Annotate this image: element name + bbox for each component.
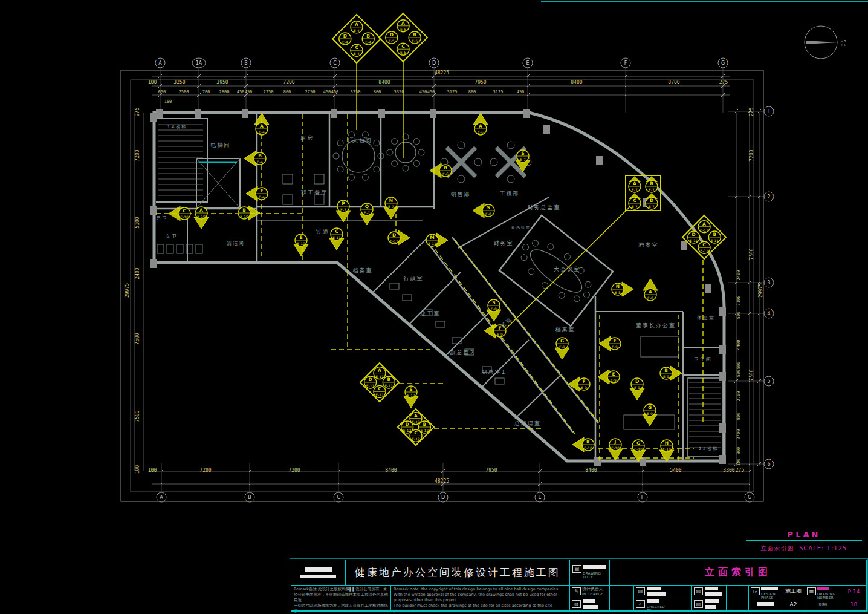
elevation-marker-ref: E-7 <box>649 204 655 209</box>
elevation-marker-letter: B <box>713 232 716 237</box>
elevation-marker-letter: S <box>487 205 490 211</box>
elevation-marker-letter: N <box>389 198 393 203</box>
plan-caption-sub: 立面索引图 SCALE: 1:125 <box>745 544 863 553</box>
elevation-marker-ref: E-7 <box>632 204 638 209</box>
furniture <box>314 195 324 204</box>
structural-column <box>150 206 157 215</box>
design-phase-cell: ◲ DESIGN PHASE <box>748 585 782 598</box>
wall <box>481 340 529 388</box>
structural-column <box>681 241 687 250</box>
elevation-marker-ref: E-12 <box>421 428 429 433</box>
elevation-marker-letter: H <box>665 440 669 446</box>
grid-bubble <box>330 58 340 68</box>
grid-bubble <box>241 58 251 68</box>
chair <box>374 166 380 172</box>
grid-bubble <box>535 492 545 502</box>
elevation-marker-letter: G <box>648 405 652 410</box>
elevation-marker-ref: E-10 <box>240 214 248 218</box>
checked-by-cell: ✓ CHECKED BY <box>633 598 669 610</box>
chair <box>362 132 368 138</box>
structural-column <box>719 455 726 464</box>
chair <box>583 292 589 298</box>
elevation-marker-letter: N <box>616 284 620 289</box>
elevation-marker-ref: E-9 <box>634 385 640 390</box>
elevation-marker-ref: E-7 <box>649 188 655 192</box>
elevation-marker-letter: A <box>260 123 264 129</box>
floor-plan-canvas: AE-4BE-4FE-4CE-10AE-10BE-10PE-7QE-7NE-7E… <box>0 0 868 614</box>
elevation-marker-letter: B <box>664 368 668 373</box>
elevation-marker-ref: E-4 <box>259 195 265 199</box>
drawing-title-label-cell: ▤ DRAWING TITLE <box>569 560 609 585</box>
structural-column <box>719 372 726 381</box>
chair <box>333 153 339 159</box>
cad-drawing-sheet: AE-4BE-4FE-4CE-10AE-10BE-10PE-7QE-7NE-7E… <box>0 0 868 614</box>
right-border-line <box>866 525 866 560</box>
chair <box>387 149 393 155</box>
elevation-marker-ref: E-12 <box>403 428 412 433</box>
elevation-marker-ref: E-6 <box>478 130 484 134</box>
elevation-marker-letter: A <box>633 181 636 186</box>
elevation-marker-ref: E-4 <box>259 130 265 134</box>
redacted-text <box>757 602 774 606</box>
redacted-text <box>647 599 659 603</box>
elevation-marker-letter: A <box>414 413 418 419</box>
logo-redacted <box>305 567 332 572</box>
grid-bubble <box>764 106 774 116</box>
elevation-marker-letter: D <box>650 198 653 203</box>
redacted-text <box>705 599 719 603</box>
redacted-magenta <box>817 587 829 590</box>
chair <box>578 267 584 273</box>
elevation-marker-letter: B <box>387 377 391 382</box>
elevation-marker-ref: E-11 <box>385 384 394 388</box>
checked-by-icon: ✓ <box>636 600 645 608</box>
chair <box>413 139 419 145</box>
chair <box>548 244 554 250</box>
elevation-marker-letter: B <box>366 33 370 39</box>
elevation-marker-ref: E-9 <box>559 345 565 349</box>
elevation-marker-letter: B <box>413 32 416 38</box>
structural-column <box>430 109 436 118</box>
elevation-marker-letter: A <box>199 207 203 213</box>
elevation-marker-letter: A <box>649 289 652 295</box>
elevation-marker-letter: C <box>378 386 381 391</box>
chair <box>337 166 343 172</box>
drawing-title-icon: ▤ <box>572 565 581 573</box>
signature-icon: ▨ <box>694 587 703 595</box>
elevation-marker-letter: A <box>479 123 482 129</box>
elevation-marker-letter: C <box>702 242 706 247</box>
chair <box>349 174 355 180</box>
elevation-marker-letter: G <box>636 440 640 446</box>
signature-icon: ▧ <box>636 587 645 595</box>
elevation-marker-ref: E-10 <box>634 447 643 451</box>
elevation-marker-ref: E-8 <box>485 212 491 216</box>
elevation-marker-letter: S <box>409 387 412 392</box>
blank-cell <box>669 598 691 610</box>
elevation-marker-letter: A <box>378 368 381 373</box>
structural-column <box>523 109 530 118</box>
elevation-marker-letter: P <box>342 201 345 206</box>
grid-bubble <box>157 492 166 502</box>
chair <box>458 142 465 149</box>
signature-cell: ▧ <box>633 585 669 598</box>
round-table <box>342 140 375 172</box>
structural-column <box>719 307 726 316</box>
plan-caption-title: PLAN <box>745 530 863 539</box>
furniture <box>390 283 399 289</box>
elevation-marker-ref: E-5 <box>400 27 406 31</box>
blank-cell <box>609 585 633 598</box>
elevation-marker-letter: F <box>260 188 263 194</box>
elevation-marker-letter: Q <box>365 204 369 209</box>
chair <box>585 281 591 287</box>
elevation-marker-letter: D <box>405 422 409 427</box>
furniture <box>283 195 293 204</box>
structural-column <box>378 109 385 118</box>
chair <box>521 255 527 261</box>
furniture <box>403 295 412 301</box>
furniture <box>423 310 432 316</box>
chair <box>533 240 539 246</box>
elevation-marker-letter: M <box>430 235 434 240</box>
elevation-marker-letter: D <box>635 379 639 384</box>
grid-bubble <box>764 376 774 386</box>
elevation-marker-ref: E-4 <box>257 160 263 164</box>
remark-en-line: Remark note: the copyright of this desig… <box>394 587 567 592</box>
